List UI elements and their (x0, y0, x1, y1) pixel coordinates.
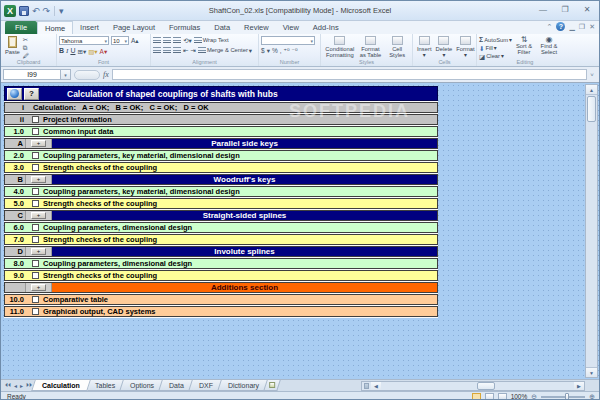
row-checkbox[interactable] (32, 224, 39, 231)
ribbon-tab-review[interactable]: Review (237, 21, 276, 34)
number-format-combo[interactable]: ▾ (261, 36, 315, 45)
row-checkbox[interactable] (32, 116, 39, 123)
row-checkbox[interactable] (32, 200, 39, 207)
row-checkbox[interactable] (32, 188, 39, 195)
increase-decimal-icon[interactable]: ⁺⁰ (283, 47, 289, 54)
insert-worksheet-button[interactable] (263, 380, 281, 391)
next-sheet-icon[interactable]: ▸ (20, 382, 23, 389)
minimize-button[interactable]: — (535, 4, 551, 16)
cut-icon[interactable]: ✂ (23, 36, 30, 43)
horizontal-scroll-thumb[interactable] (477, 382, 495, 390)
file-tab[interactable]: File (5, 21, 37, 34)
merge-center-button[interactable]: Merge & Center ▾ (198, 46, 252, 54)
underline-button[interactable]: U (70, 47, 75, 55)
scroll-left-icon[interactable]: ◀ (371, 382, 381, 390)
row-checkbox[interactable] (32, 260, 39, 267)
vertical-scrollbar[interactable]: ▲ ▼ (585, 84, 598, 378)
expand-button[interactable]: + (31, 284, 46, 291)
fill-button[interactable]: ⬇ Fill ▾ (479, 44, 512, 52)
row-checkbox[interactable] (32, 152, 39, 159)
page-layout-view-button[interactable] (485, 393, 494, 400)
ribbon-tab-add-ins[interactable]: Add-Ins (306, 21, 346, 34)
copy-icon[interactable]: ⧉ (23, 44, 30, 51)
workbook-minimize-icon[interactable]: ▁ (569, 23, 574, 31)
fx-icon[interactable]: fx (103, 70, 109, 79)
decrease-indent-icon[interactable]: ⇤ (183, 47, 188, 54)
ribbon-tab-data[interactable]: Data (207, 21, 237, 34)
minimize-ribbon-icon[interactable]: ⌃ (547, 23, 553, 31)
align-top-icon[interactable] (153, 37, 161, 43)
format-as-table-button[interactable]: Format as Table (357, 35, 385, 59)
scroll-up-icon[interactable]: ▲ (586, 85, 597, 95)
align-right-icon[interactable] (173, 47, 181, 53)
font-family-combo[interactable]: Tahoma ▾ (59, 36, 109, 45)
ribbon-tab-view[interactable]: View (276, 21, 306, 34)
expand-button[interactable]: + (31, 176, 46, 183)
first-sheet-icon[interactable]: ⏴⏴ (5, 382, 11, 389)
zoom-slider[interactable] (541, 396, 585, 398)
zoom-slider-thumb[interactable] (565, 393, 569, 400)
align-center-icon[interactable] (163, 47, 171, 53)
globe-button[interactable] (7, 88, 22, 100)
insert-cells-button[interactable]: Insert ▾ (415, 35, 434, 59)
tab-split-handle[interactable] (364, 383, 369, 389)
workbook-restore-icon[interactable]: ❐ (579, 23, 585, 31)
sort-filter-button[interactable]: ⇅ Sort & Filter (512, 35, 536, 59)
paste-button[interactable]: Paste (3, 35, 22, 59)
ribbon-tab-home[interactable]: Home (37, 21, 73, 34)
workbook-close-icon[interactable]: ✕ (589, 23, 595, 31)
italic-button[interactable]: I (66, 47, 68, 55)
zoom-level-label[interactable]: 100% (511, 393, 528, 400)
previous-sheet-icon[interactable]: ◂ (14, 382, 17, 389)
zoom-in-icon[interactable]: ⊕ (589, 393, 595, 400)
font-color-icon[interactable]: A▾ (100, 48, 108, 55)
name-box-dropdown-icon[interactable]: ▾ (61, 69, 71, 80)
grow-font-icon[interactable]: A▴ (131, 37, 139, 44)
vertical-scroll-thumb[interactable] (587, 96, 596, 122)
decrease-decimal-icon[interactable]: ⁻⁰ (292, 47, 298, 54)
row-checkbox[interactable] (32, 164, 39, 171)
ribbon-tab-formulas[interactable]: Formulas (162, 21, 207, 34)
borders-icon[interactable]: ⊞▾ (77, 48, 86, 55)
align-middle-icon[interactable] (163, 37, 171, 43)
format-painter-icon[interactable]: 🖉 (23, 52, 30, 59)
align-left-icon[interactable] (153, 47, 161, 53)
fill-color-icon[interactable]: ▨▾ (88, 48, 97, 55)
format-cells-button[interactable]: Format ▾ (454, 35, 476, 59)
currency-button[interactable]: $ (261, 47, 265, 54)
close-button[interactable]: ✕ (579, 4, 595, 16)
ribbon-tab-page-layout[interactable]: Page Layout (106, 21, 162, 34)
autosum-button[interactable]: Σ AutoSum ▾ (479, 36, 512, 44)
conditional-formatting-button[interactable]: Conditional Formatting (323, 35, 357, 59)
wrap-text-button[interactable]: Wrap Text (194, 36, 229, 44)
row-checkbox[interactable] (32, 236, 39, 243)
orientation-icon[interactable]: ⟲▾ (183, 37, 192, 44)
row-checkbox[interactable] (32, 272, 39, 279)
scroll-down-icon[interactable]: ▼ (586, 367, 597, 377)
name-box[interactable]: I99 (3, 69, 61, 80)
find-select-button[interactable]: ◉ Find & Select (536, 35, 562, 59)
expand-formula-bar-icon[interactable]: ˅ (587, 72, 597, 78)
sheet-tab-calculation[interactable]: Calculation (31, 380, 90, 391)
cell-styles-button[interactable]: Cell Styles (384, 35, 410, 59)
increase-indent-icon[interactable]: ⇥ (190, 47, 195, 54)
help-icon[interactable]: ? (556, 22, 565, 31)
scroll-right-icon[interactable]: ▶ (574, 382, 584, 390)
row-checkbox[interactable] (32, 308, 39, 315)
comma-button[interactable]: , (280, 47, 282, 54)
formula-input[interactable] (112, 69, 587, 80)
sheet-tab-dictionary[interactable]: Dictionary (217, 380, 270, 391)
delete-cells-button[interactable]: Delete ▾ (434, 35, 455, 59)
row-checkbox[interactable] (32, 296, 39, 303)
font-size-combo[interactable]: 10 ▾ (111, 36, 129, 45)
horizontal-scrollbar[interactable]: ◀ ▶ (361, 381, 585, 391)
page-break-view-button[interactable] (498, 393, 507, 400)
percent-button[interactable]: % (272, 47, 278, 54)
ribbon-tab-insert[interactable]: Insert (73, 21, 106, 34)
horizontal-scroll-track[interactable] (381, 382, 574, 390)
expand-button[interactable]: + (31, 140, 46, 147)
expand-button[interactable]: + (31, 248, 46, 255)
bold-button[interactable]: B (59, 47, 64, 55)
normal-view-button[interactable] (472, 393, 481, 400)
expand-button[interactable]: + (31, 212, 46, 219)
